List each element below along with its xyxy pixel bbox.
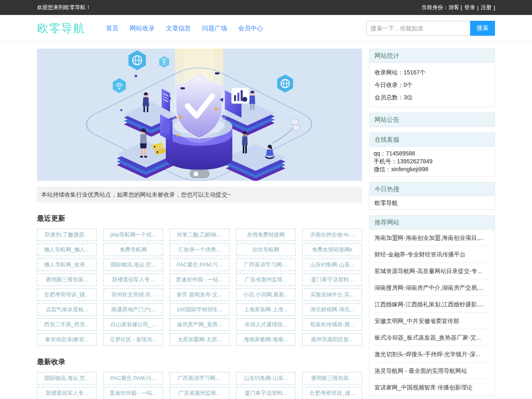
site-link[interactable]: 汇收录一个优秀...	[170, 244, 229, 256]
site-link[interactable]: 合肥考研培训_辅...	[302, 387, 362, 399]
hot-search-list: 欧零导航	[369, 196, 495, 209]
recommended-link[interactable]: 海南加盟网-海南创业加盟,海南创业项目,...	[374, 229, 490, 246]
site-link[interactable]: 欣欣导航网	[236, 244, 296, 256]
identity-label: 当前身份：游客 [	[421, 4, 462, 11]
site-link[interactable]: 山东钓鱼网-山东...	[302, 259, 362, 271]
stats-list: 收录网站：15167个今日收录：0个会员总数：3位	[369, 63, 495, 107]
site-link[interactable]: 懒人导航网_收录...	[37, 259, 97, 271]
nav-item[interactable]: 问题广场	[202, 25, 227, 32]
nav-item[interactable]: 网站收录	[130, 25, 155, 32]
site-link[interactable]: 国际物流,海运,空...	[103, 259, 163, 271]
login-link[interactable]: 登录	[464, 4, 475, 11]
site-link[interactable]: 星速软件园 - 一站...	[103, 387, 163, 399]
site-link[interactable]: 惠州市惠阳区新...	[302, 333, 362, 346]
site-link[interactable]: 免费导航网	[103, 244, 163, 256]
site-link[interactable]: 湖北财税网-湖北...	[302, 303, 362, 316]
panel-title-recommended: 推荐网站	[369, 216, 495, 229]
banner-carousel[interactable]	[37, 49, 362, 181]
topbar: 欢迎您来到欧零导航！ 当前身份：游客 [ 登录 | 注册 ]	[0, 0, 532, 15]
stat-item: 会员总数：3位	[374, 91, 490, 103]
site-link[interactable]: 上海家装网-上海...	[236, 303, 296, 316]
recommended-link[interactable]: 板式冷却器_板式蒸发器_换热器厂家-艾...	[374, 329, 490, 346]
site-link[interactable]: 非插入式通球指...	[236, 318, 296, 331]
site-link[interactable]: 国际物流,海运,空...	[37, 372, 97, 384]
site-link[interactable]: 防黄剂,丁酰肼原...	[37, 229, 97, 241]
stat-item: 今日收录：0个	[374, 79, 490, 91]
recommended-link[interactable]: 激光切割头-焊接头-手持焊-光学镜片-深...	[374, 346, 490, 362]
site-link[interactable]: 友情免费链接网	[236, 229, 296, 241]
panel-title-hot-search: 今日热搜	[369, 182, 495, 196]
site-link[interactable]: 白山家装修公司_...	[103, 318, 163, 331]
site-link[interactable]: php导航网一个优...	[103, 229, 163, 241]
site-link[interactable]: PAC聚合,PAM,污...	[103, 372, 163, 384]
site-header: 欧零导航 首页网站收录文章信息问题广场会员中心 搜索	[0, 15, 532, 42]
shield-check-icon	[171, 74, 227, 143]
service-item: 微信：xinfengkeji998	[374, 165, 490, 173]
recommended-link[interactable]: 江西婚嫁网-江西婚礼策划,江西婚纱摄影,...	[374, 296, 490, 313]
site-link[interactable]: 点型气体浓度检...	[37, 303, 97, 316]
service-item: 手机号：13952627849	[374, 158, 490, 165]
recent-updates-grid: 防黄剂,丁酰肼原...php导航网一个优...对苯二酚,乙醇钠,...友情免费链…	[37, 229, 362, 346]
site-link[interactable]: 广东省惠州监狱...	[236, 273, 296, 286]
recommended-link[interactable]: 宣讲家网_中国视频智库 传播创新理论	[374, 379, 490, 396]
register-link[interactable]: 注册	[480, 4, 491, 11]
site-link[interactable]: 南通房地产门户|...	[103, 303, 163, 316]
carousel-dot[interactable]	[201, 172, 205, 176]
panel-online-service: 在线客服 qq：714589588手机号：13952627849微信：xinfe…	[369, 133, 495, 177]
nav-item[interactable]: 会员中心	[238, 25, 263, 32]
recommended-list: 海南加盟网-海南创业加盟,海南创业项目,...财经-金融界-专业财经资讯传播平台…	[369, 229, 495, 396]
site-link[interactable]: 鼓楼退役军人专...	[103, 273, 163, 286]
nav-item[interactable]: 文章信息	[166, 25, 191, 32]
search-input[interactable]	[366, 21, 470, 36]
site-link[interactable]: 迪庆房产网_新房...	[170, 318, 229, 331]
site-link[interactable]: 宿州软文营销,宿...	[103, 288, 163, 301]
recommended-link[interactable]: 安徽文明网_中共安徽省委宣传部	[374, 313, 490, 329]
recommended-link[interactable]: 驼城资源导航网-高质量网站目录提交-专...	[374, 263, 490, 279]
service-item: qq：714589588	[374, 150, 490, 158]
site-link[interactable]: 济南欣烨生物-N-...	[302, 229, 362, 241]
site-link[interactable]: 海南家教网-海南...	[236, 333, 296, 346]
site-link[interactable]: 广西英语学习网-...	[170, 372, 229, 384]
site-link[interactable]: 西安二手房_西安...	[37, 318, 97, 331]
stat-item: 收录网站：15167个	[374, 66, 490, 79]
site-link[interactable]: 鼓楼退役军人专...	[37, 387, 97, 399]
site-link[interactable]: 厦门春宇达塑料...	[302, 273, 362, 286]
site-logo[interactable]: 欧零导航	[37, 21, 85, 36]
hot-search-item[interactable]: 欧零导航	[374, 196, 490, 209]
presentation-board	[232, 88, 249, 103]
panel-recommended: 推荐网站 海南加盟网-海南创业加盟,海南创业项目,...财经-金融界-专业财经资…	[369, 215, 495, 396]
site-link[interactable]: 对苯二酚,乙醇钠,...	[170, 229, 229, 241]
site-link[interactable]: PAC聚合,PAM,污...	[170, 259, 229, 271]
latest-included-grid: 国际物流,海运,空...PAC聚合,PAM,污...广西英语学习网-...山东钓…	[37, 372, 362, 399]
site-link[interactable]: 包装机传感器-搅...	[302, 318, 362, 331]
section-title-latest-included: 最新收录	[37, 357, 362, 367]
site-link[interactable]: 透明膜三维包装...	[302, 372, 362, 384]
panel-title-announcement: 网站公告	[369, 113, 495, 127]
site-link[interactable]: 首页 新闻发布-文...	[170, 288, 229, 301]
site-link[interactable]: 泰安信息港|泰安...	[37, 333, 97, 346]
site-link[interactable]: 厦门春宇达塑料...	[236, 387, 296, 399]
recommended-link[interactable]: 洛灵导航网 - 最全面的实用导航网站	[374, 362, 490, 379]
site-link[interactable]: 广西英语学习网-...	[236, 259, 296, 271]
site-link[interactable]: 星速软件园 - 一站...	[170, 273, 229, 286]
welcome-text: 欢迎您来到欧零导航！	[37, 4, 91, 11]
carousel-dot-active[interactable]	[194, 172, 198, 176]
recommended-link[interactable]: 财经-金融界-专业财经资讯传播平台	[374, 246, 490, 263]
identity-bracket: ]	[493, 5, 495, 11]
site-link[interactable]: 懒人导航网_懒人...	[37, 244, 97, 256]
panel-announcement: 网站公告	[369, 113, 495, 127]
search-button[interactable]: 搜索	[470, 21, 495, 36]
site-link[interactable]: 山东钓鱼网-山东...	[236, 372, 296, 384]
site-link[interactable]: 100国际学校招生...	[170, 303, 229, 316]
site-link[interactable]: 实验室操作台,实...	[302, 288, 362, 301]
section-title-recent-updates: 最近更新	[37, 214, 362, 223]
site-link[interactable]: 广东省惠州监狱...	[170, 387, 229, 399]
site-link[interactable]: 太原加盟网-太原...	[170, 333, 229, 346]
site-link[interactable]: 透明膜三维包装...	[37, 273, 97, 286]
site-link[interactable]: 云梦社区 - 发现兴...	[103, 333, 163, 346]
nav-item[interactable]: 首页	[106, 25, 118, 32]
site-link[interactable]: 免费友情链接网k	[302, 244, 362, 256]
recommended-link[interactable]: 湖南搜房网-湖南房产中介,湖南房产交易,...	[374, 279, 490, 296]
site-link[interactable]: 小说,小说网,最新...	[236, 288, 296, 301]
site-link[interactable]: 合肥考研培训_辅...	[37, 288, 97, 301]
